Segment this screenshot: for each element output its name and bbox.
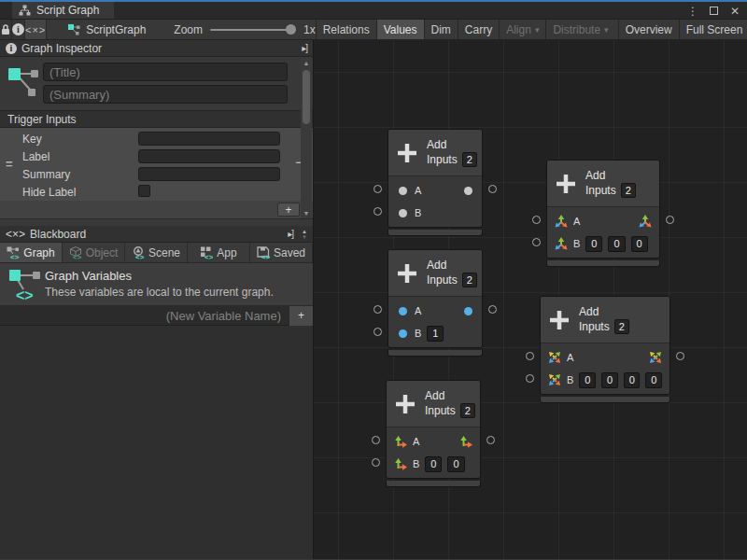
port-value-field[interactable]: 1: [427, 326, 444, 342]
input-count-field[interactable]: 2: [621, 183, 636, 198]
maximize-icon[interactable]: [710, 7, 718, 15]
overview-button[interactable]: Overview: [618, 20, 679, 39]
spin-down-icon[interactable]: ▼: [302, 234, 307, 240]
port-value-field[interactable]: 0: [425, 456, 442, 472]
output-port[interactable]: [488, 185, 497, 193]
graph-canvas[interactable]: AddInputs2AB AddInputs2AB1 AddInputs2 A …: [314, 40, 747, 559]
add-icon: [394, 393, 416, 415]
input-port[interactable]: [526, 374, 534, 383]
port-value-field[interactable]: 0: [624, 372, 641, 388]
input-port[interactable]: [532, 216, 541, 224]
add-variable-button[interactable]: +: [289, 306, 313, 326]
inspector-scrollbar[interactable]: ▲ ▼: [301, 58, 312, 218]
input-port[interactable]: [526, 352, 534, 360]
zoom-slider[interactable]: [210, 29, 296, 31]
title-field[interactable]: [43, 63, 288, 81]
align-button[interactable]: Align ▾: [499, 20, 545, 39]
code-view-button[interactable]: <×>: [25, 20, 47, 39]
summary-field-item[interactable]: [138, 167, 280, 181]
add-icon: [548, 309, 571, 331]
blackboard-spinner[interactable]: ▲ ▼: [302, 229, 307, 240]
node-title-line1: Add: [585, 169, 636, 183]
drag-handle-icon[interactable]: =: [6, 157, 13, 171]
svg-text:<>: <>: [135, 252, 145, 259]
close-icon[interactable]: ✕: [730, 5, 740, 18]
scroll-down-icon[interactable]: ▼: [303, 210, 310, 217]
tab-scene[interactable]: <> Scene: [125, 243, 188, 262]
input-count-field[interactable]: 2: [614, 319, 629, 334]
graph-node[interactable]: AddInputs2 A B00: [386, 380, 481, 487]
lock-button[interactable]: [0, 20, 12, 39]
input-port[interactable]: [372, 458, 380, 467]
output-port[interactable]: [486, 436, 495, 444]
tab-script-graph[interactable]: Script Graph: [12, 2, 114, 19]
input-count-field[interactable]: 2: [460, 403, 475, 418]
hide-label-checkbox[interactable]: [138, 185, 150, 197]
scroll-up-icon[interactable]: ▲: [303, 60, 310, 66]
port-value-field[interactable]: 0: [447, 456, 464, 472]
dock-icon[interactable]: ▸]: [288, 229, 293, 239]
input-port[interactable]: [532, 238, 541, 246]
port-value-field[interactable]: 0: [579, 372, 596, 388]
node-header[interactable]: AddInputs2: [547, 161, 659, 207]
port-value-field[interactable]: 0: [631, 236, 648, 252]
input-port[interactable]: [374, 207, 382, 216]
toolbar-buttons: Relations Values Dim Carry Align ▾ Distr…: [316, 20, 747, 39]
graph-node[interactable]: AddInputs2 A B0000: [540, 296, 670, 403]
dim-button[interactable]: Dim: [424, 20, 458, 39]
output-port[interactable]: [488, 305, 497, 314]
node-header[interactable]: AddInputs2: [541, 297, 669, 343]
input-count-field[interactable]: 2: [462, 152, 477, 167]
tab-bar: Script Graph ⋮ ✕: [0, 2, 747, 20]
info-button[interactable]: i: [12, 20, 25, 39]
svg-text:<>: <>: [204, 252, 213, 259]
key-row: Key: [22, 131, 42, 147]
graph-node[interactable]: AddInputs2AB1: [388, 249, 483, 357]
port-value-field[interactable]: 0: [645, 372, 662, 388]
tab-graph[interactable]: <> Graph: [0, 243, 63, 262]
new-variable-input[interactable]: [0, 309, 289, 323]
port-value-field[interactable]: 0: [601, 372, 618, 388]
distribute-button[interactable]: Distribute ▾: [545, 20, 614, 39]
carry-button[interactable]: Carry: [458, 20, 499, 39]
node-body-box: AddInputs2AB1: [388, 249, 483, 348]
port-value-field[interactable]: 0: [585, 236, 602, 252]
tab-object[interactable]: <> Object: [63, 243, 125, 262]
graph-node[interactable]: AddInputs2AB: [388, 129, 483, 236]
values-button[interactable]: Values: [376, 20, 424, 39]
input-count-field[interactable]: 2: [462, 273, 477, 287]
graph-variables-info: <> Graph Variables These variables are l…: [0, 263, 313, 306]
node-header[interactable]: AddInputs2: [388, 130, 482, 176]
input-port[interactable]: [374, 185, 382, 193]
fullscreen-button[interactable]: Full Screen: [679, 20, 747, 39]
graph-node[interactable]: AddInputs2 A B000: [546, 160, 660, 267]
info-icon: i: [12, 23, 24, 35]
key-field[interactable]: [138, 132, 280, 146]
port-label: A: [415, 305, 421, 316]
relations-button[interactable]: Relations: [316, 20, 376, 39]
add-trigger-input-button[interactable]: +: [277, 203, 300, 217]
node-header[interactable]: AddInputs2: [387, 381, 480, 427]
window-menu-icon[interactable]: ⋮: [687, 5, 698, 18]
node-header[interactable]: AddInputs2: [388, 250, 482, 297]
summary-field[interactable]: [43, 85, 288, 104]
node-title: AddInputs2: [579, 305, 629, 334]
tab-app[interactable]: <> App: [188, 243, 250, 262]
output-port[interactable]: [676, 352, 684, 360]
port-value-field[interactable]: 0: [608, 236, 625, 252]
blackboard-code-icon: <×>: [6, 228, 25, 241]
graph-breadcrumb[interactable]: ScriptGraph: [67, 20, 146, 39]
input-port[interactable]: [372, 436, 380, 444]
output-port[interactable]: [666, 216, 674, 224]
input-port[interactable]: [374, 328, 382, 336]
input-port[interactable]: [374, 305, 382, 314]
dock-icon[interactable]: ▸]: [302, 43, 307, 53]
blackboard-empty-area: [0, 326, 313, 559]
tab-saved[interactable]: <> Saved: [250, 243, 313, 262]
node-title-text: Inputs: [579, 320, 610, 334]
zoom-slider-handle[interactable]: [286, 24, 296, 35]
port-row: B1: [388, 322, 482, 344]
scrollbar-thumb[interactable]: [303, 70, 310, 124]
label-field[interactable]: [138, 149, 280, 163]
hide-label-label: Hide Label: [22, 186, 76, 199]
